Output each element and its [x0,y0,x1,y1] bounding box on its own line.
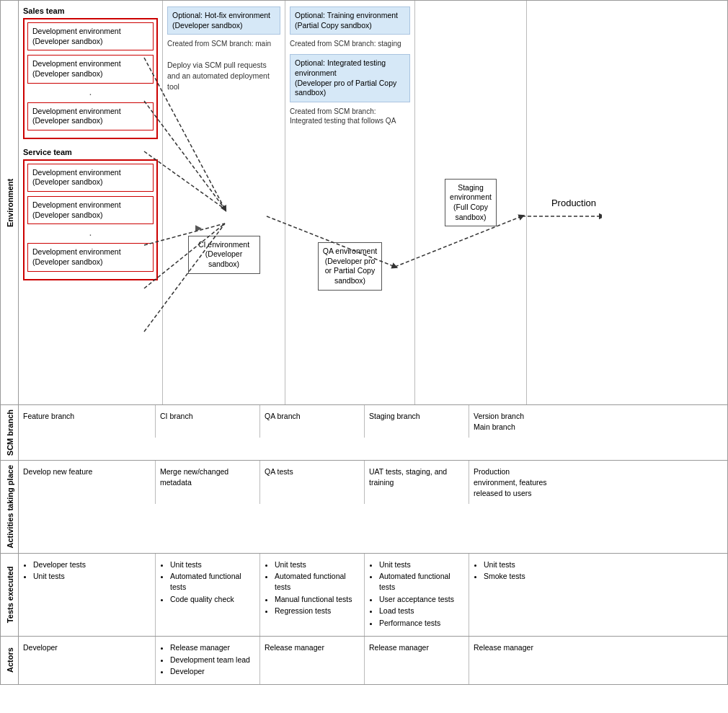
actors-list-2: Release manager Development team lead De… [160,642,255,677]
tests-list-2: Unit tests Automated functional tests Co… [160,559,255,605]
sales-dev-box-2: Development environment(Developer sandbo… [27,55,154,83]
env-label-text: Environment [5,178,14,226]
tests-cell-5: Unit tests Smoke tests [469,554,556,636]
tests-cell-4: Unit tests Automated functional tests Us… [365,554,469,636]
actors-cell-3: Release manager [260,637,365,684]
test-item: User acceptance tests [379,594,464,605]
test-item: Automated functional tests [275,571,360,592]
qa-box-area: QA environment(Developer proor Partial C… [290,134,410,399]
tests-label: Tests executed [1,553,19,636]
test-item: Unit tests [379,559,464,570]
test-item: Unit tests [275,559,360,570]
ci-column: Optional: Hot-fix environment(Developer … [163,1,285,404]
service-team-title: Service team [23,148,158,156]
environment-label: Environment [1,1,19,405]
env-content-wrapper: Sales team Development environment(Devel… [19,1,727,404]
tests-list-3: Unit tests Automated functional tests Ma… [265,559,360,616]
activities-content: Develop new feature Merge new/changed me… [19,461,728,554]
hotfix-box: Optional: Hot-fix environment(Developer … [167,6,280,35]
production-column: Production [527,1,621,404]
deploy-note: Deploy via SCM pull requests and an auto… [167,60,280,92]
test-item: Unit tests [484,559,551,570]
scm-cell-1: Feature branch [19,405,156,438]
actors-cell-2: Release manager Development team lead De… [156,637,260,684]
scm-content: Feature branch CI branch QA branch Stagi… [19,405,728,461]
test-item: Unit tests [170,559,255,570]
test-item: Regression tests [275,606,360,616]
activities-cells: Develop new feature Merge new/changed me… [19,461,727,504]
test-item: Automated functional tests [379,571,464,592]
scm-label-text: SCM branch [5,409,14,456]
sales-team-title: Sales team [23,6,158,15]
actor-item: Development team lead [170,655,255,665]
actors-label: Actors [1,636,19,684]
teams-column: Sales team Development environment(Devel… [19,1,163,404]
test-item: Automated functional tests [170,571,255,592]
hotfix-area: Optional: Hot-fix environment(Developer … [167,6,280,54]
test-item: Developer tests [33,559,151,570]
scm-cell-4: Staging branch [365,405,469,438]
test-item: Performance tests [379,618,464,629]
staging-column: Stagingenvironment(Full Copysandbox) [415,1,527,404]
scm-label: SCM branch [1,405,19,461]
sales-dev-box-1: Development environment(Developer sandbo… [27,22,154,50]
actors-cells: Developer Release manager Development te… [19,637,727,684]
test-item: Load tests [379,606,464,616]
scm-cell-3: QA branch [260,405,365,438]
activities-label: Activities taking place [1,461,19,554]
scm-cell-2: CI branch [156,405,260,438]
ci-box-wrapper: ▶ CI environment(Developersandbox) [188,223,260,274]
actors-content: Developer Release manager Development te… [19,636,728,684]
service-dev-box-2: Development environment(Developer sandbo… [27,196,154,224]
actors-cell-1: Developer [19,637,156,684]
activities-label-text: Activities taking place [5,465,14,549]
actor-item: Release manager [170,642,255,653]
activities-cell-1: Develop new feature [19,461,156,504]
activities-cell-2: Merge new/changed metadata [156,461,260,504]
training-note: Created from SCM branch: staging [290,39,410,48]
qa-env-box: QA environment(Developer proor Partial C… [318,242,382,291]
service-dots: · [27,229,154,240]
ci-env-box: CI environment(Developersandbox) [188,236,260,274]
tests-list-1: Developer tests Unit tests [23,559,151,582]
hotfix-note: Created from SCM branch: main [167,39,280,48]
scm-cell-5: Version branchMain branch [469,405,556,438]
arrow-right-bold: ▶ [188,223,260,233]
test-item: Code quality check [170,594,255,605]
tests-content: Developer tests Unit tests Unit tests Au… [19,553,728,636]
activities-cell-5: Production environment, features release… [469,461,556,504]
activities-cell-3: QA tests [260,461,365,504]
integrated-box: Optional: Integrated testing environment… [290,54,410,102]
actors-row: Actors Developer Release manager Develop… [1,636,728,684]
tests-cell-1: Developer tests Unit tests [19,554,156,636]
sales-dev-box-3: Development environment(Developer sandbo… [27,102,154,130]
tests-cell-3: Unit tests Automated functional tests Ma… [260,554,365,636]
test-item: Manual functional tests [275,594,360,605]
actor-item: Developer [170,666,255,677]
activities-cell-4: UAT tests, staging, and training [365,461,469,504]
environment-content-cell: Sales team Development environment(Devel… [19,1,728,405]
service-dev-box-1: Development environment(Developer sandbo… [27,164,154,192]
tests-list-5: Unit tests Smoke tests [474,559,551,582]
actors-label-text: Actors [5,647,14,673]
tests-label-text: Tests executed [5,566,14,623]
tests-row: Tests executed Developer tests Unit test… [1,553,728,636]
actors-cell-4: Release manager [365,637,469,684]
actors-cell-5: Release manager [469,637,556,684]
optional-and-qa-column: Optional: Training environment (Partial … [285,1,415,404]
sales-dots: · [27,88,154,99]
tests-cell-2: Unit tests Automated functional tests Co… [156,554,260,636]
scm-cells: Feature branch CI branch QA branch Stagi… [19,405,727,438]
tests-cells: Developer tests Unit tests Unit tests Au… [19,554,727,636]
service-team-group: Development environment(Developer sandbo… [23,159,158,280]
service-dev-box-3: Development environment(Developer sandbo… [27,243,154,271]
environment-row: Environment Sales team Development envir… [1,1,728,405]
tests-list-4: Unit tests Automated functional tests Us… [369,559,464,629]
scm-row: SCM branch Feature branch CI branch QA b… [1,405,728,461]
integrated-note: Created from SCM branch: Integrated test… [290,107,410,125]
ci-box-area: ▶ CI environment(Developersandbox) [167,97,280,399]
activities-row: Activities taking place Develop new feat… [1,461,728,554]
training-box: Optional: Training environment (Partial … [290,6,410,35]
sales-team-group: Development environment(Developer sandbo… [23,18,158,139]
test-item: Smoke tests [484,571,551,582]
